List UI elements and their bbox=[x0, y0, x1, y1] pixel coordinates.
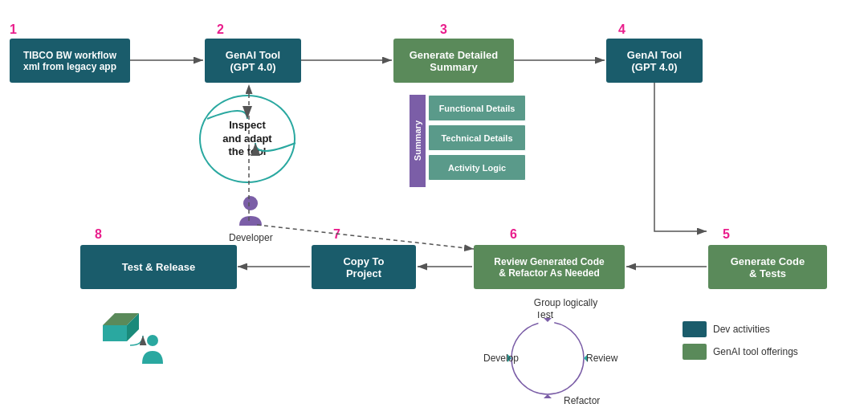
summary-label-text: Summary bbox=[413, 120, 422, 161]
box-step-2: GenAI Tool (GPT 4.0) bbox=[205, 39, 301, 83]
step-number-1: 1 bbox=[10, 22, 17, 37]
diagram: 1 2 3 4 5 6 7 8 TIBCO BW workflow xml fr… bbox=[0, 0, 868, 420]
svg-marker-1 bbox=[103, 325, 127, 341]
svg-point-5 bbox=[511, 322, 584, 394]
step-number-2: 2 bbox=[217, 22, 224, 37]
inspect-text: Inspect and adapt the tool bbox=[222, 119, 271, 160]
summary-sub-functional: Functional Details bbox=[428, 95, 526, 121]
step-number-4: 4 bbox=[618, 22, 626, 37]
step-number-3: 3 bbox=[440, 22, 447, 37]
box-step-6: Review Generated Code & Refactor As Need… bbox=[474, 245, 625, 289]
svg-point-4 bbox=[147, 335, 158, 346]
box-step-8: Test & Release bbox=[80, 245, 237, 289]
legend-genai: GenAI tool offerings bbox=[683, 344, 798, 360]
cycle-title: Group logically bbox=[511, 297, 620, 308]
cycle-diagram: Test Review Refactor Develop bbox=[475, 312, 620, 408]
cycle-group: Group logically Test Review Refactor Dev… bbox=[475, 297, 620, 411]
box-step-5: Generate Code & Tests bbox=[708, 245, 827, 289]
legend: Dev activities GenAI tool offerings bbox=[683, 321, 798, 366]
svg-text:Refactor: Refactor bbox=[564, 395, 600, 406]
svg-text:Review: Review bbox=[586, 353, 618, 364]
summary-sub-technical: Technical Details bbox=[428, 124, 526, 151]
box-step-3: Generate Detailed Summary bbox=[393, 39, 514, 83]
box-step-1: TIBCO BW workflow xml from legacy app bbox=[10, 39, 130, 83]
step-number-6: 6 bbox=[510, 227, 517, 242]
svg-point-0 bbox=[243, 196, 258, 210]
svg-text:Develop: Develop bbox=[483, 353, 519, 364]
box-step-7: Copy To Project bbox=[312, 245, 416, 289]
developer-icon bbox=[238, 195, 263, 227]
summary-label-bar: Summary bbox=[410, 95, 426, 187]
person-icon bbox=[141, 333, 165, 365]
legend-dev: Dev activities bbox=[683, 321, 798, 337]
inspect-circle: Inspect and adapt the tool bbox=[199, 95, 295, 183]
step-number-8: 8 bbox=[95, 227, 102, 242]
legend-genai-color bbox=[683, 344, 707, 360]
developer-label: Developer bbox=[229, 232, 273, 243]
summary-sub-activity: Activity Logic bbox=[428, 154, 526, 181]
box-step-4: GenAI Tool (GPT 4.0) bbox=[606, 39, 703, 83]
step-number-5: 5 bbox=[723, 227, 730, 242]
legend-dev-color bbox=[683, 321, 707, 337]
developer-group: Developer bbox=[229, 195, 273, 243]
legend-dev-label: Dev activities bbox=[713, 324, 770, 335]
step-number-7: 7 bbox=[333, 227, 340, 242]
legend-genai-label: GenAI tool offerings bbox=[713, 346, 798, 357]
svg-text:Test: Test bbox=[536, 312, 554, 320]
